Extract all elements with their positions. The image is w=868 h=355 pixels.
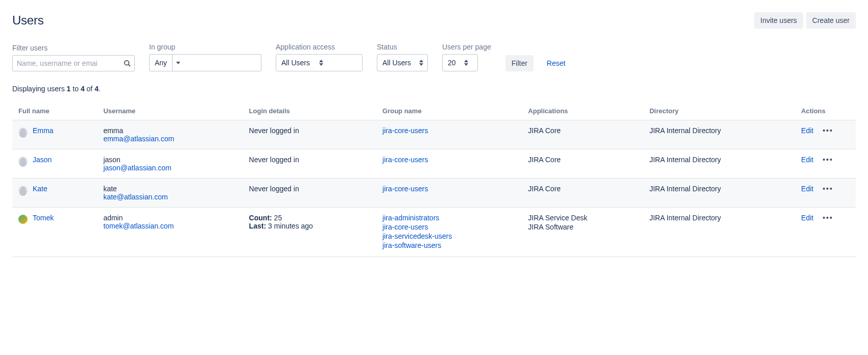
app-name: JIRA Core <box>528 126 637 135</box>
create-user-button[interactable]: Create user <box>806 12 856 29</box>
group-link[interactable]: jira-software-users <box>382 241 516 249</box>
in-group-label: In group <box>149 43 261 51</box>
filter-users-label: Filter users <box>12 44 135 52</box>
per-page-block: Users per page 20 <box>442 43 491 71</box>
app-access-select[interactable]: All Users <box>276 54 363 71</box>
user-fullname-link[interactable]: Kate <box>33 185 47 193</box>
search-icon <box>124 60 131 67</box>
group-link[interactable]: jira-administrators <box>382 214 516 222</box>
user-email-link[interactable]: kate@atlassian.com <box>103 193 167 201</box>
edit-link[interactable]: Edit <box>801 185 813 193</box>
in-group-block: In group Any <box>149 43 261 71</box>
svg-line-1 <box>129 65 131 67</box>
group-link[interactable]: jira-core-users <box>382 185 516 193</box>
app-access-block: Application access All Users <box>276 43 363 71</box>
per-page-select[interactable]: 20 <box>442 54 478 71</box>
avatar <box>18 215 28 224</box>
directory-text: JIRA Internal Directory <box>649 156 721 164</box>
app-access-value: All Users <box>276 55 315 71</box>
in-group-value: Any <box>150 55 172 71</box>
filter-button[interactable]: Filter <box>505 55 534 71</box>
table-row: Emmaemmaemma@atlassian.comNever logged i… <box>12 120 856 149</box>
app-access-label: Application access <box>276 43 363 51</box>
page-header: Users Invite users Create user <box>12 12 856 29</box>
user-fullname-link[interactable]: Emma <box>33 126 53 135</box>
col-group: Group name <box>376 102 522 120</box>
status-label: Status <box>377 43 428 51</box>
username-text: admin <box>103 214 236 222</box>
group-link[interactable]: jira-core-users <box>382 223 516 231</box>
filters-bar: Filter users In group Any Application ac… <box>12 43 856 71</box>
user-email-link[interactable]: emma@atlassian.com <box>103 135 174 143</box>
filter-actions: . Filter Reset <box>505 44 568 71</box>
filter-users-block: Filter users <box>12 44 135 71</box>
directory-text: JIRA Internal Directory <box>649 214 721 222</box>
in-group-select[interactable]: Any <box>149 54 261 71</box>
col-actions: Actions <box>795 102 856 120</box>
col-apps: Applications <box>522 102 643 120</box>
invite-users-button[interactable]: Invite users <box>754 12 803 29</box>
more-actions-icon[interactable]: ••• <box>823 156 833 164</box>
col-login: Login details <box>243 102 376 120</box>
col-username: Username <box>97 102 243 120</box>
login-details-text: Never logged in <box>249 156 299 164</box>
sort-icon <box>319 60 323 66</box>
result-count: Displaying users 1 to 4 of 4. <box>12 85 856 93</box>
app-name: JIRA Service Desk <box>528 214 637 222</box>
col-fullname: Full name <box>12 102 97 120</box>
login-last: Last: 3 minutes ago <box>249 222 370 230</box>
group-link[interactable]: jira-servicedesk-users <box>382 232 516 240</box>
col-directory: Directory <box>643 102 795 120</box>
table-row: Katekatekate@atlassian.comNever logged i… <box>12 179 856 208</box>
avatar <box>18 157 28 166</box>
user-fullname-link[interactable]: Tomek <box>33 214 54 222</box>
app-name: JIRA Core <box>528 156 637 164</box>
user-fullname-link[interactable]: Jason <box>33 156 52 164</box>
sort-icon <box>464 60 468 66</box>
page-title: Users <box>12 13 43 28</box>
status-select[interactable]: All Users <box>377 54 428 71</box>
per-page-label: Users per page <box>442 43 491 51</box>
username-text: emma <box>103 126 236 135</box>
sort-icon <box>419 60 423 66</box>
filter-users-input[interactable] <box>12 55 135 71</box>
table-row: Tomekadmintomek@atlassian.comCount: 25La… <box>12 208 856 257</box>
login-details-text: Never logged in <box>249 185 299 193</box>
svg-point-0 <box>125 61 129 65</box>
directory-text: JIRA Internal Directory <box>649 126 721 135</box>
status-value: All Users <box>377 55 416 71</box>
group-link[interactable]: jira-core-users <box>382 126 516 135</box>
more-actions-icon[interactable]: ••• <box>823 185 833 193</box>
group-link[interactable]: jira-core-users <box>382 156 516 164</box>
login-details-text: Never logged in <box>249 126 299 135</box>
username-text: kate <box>103 185 236 193</box>
header-actions: Invite users Create user <box>754 12 856 29</box>
avatar <box>18 186 28 195</box>
status-block: Status All Users <box>377 43 428 71</box>
edit-link[interactable]: Edit <box>801 156 813 164</box>
more-actions-icon[interactable]: ••• <box>823 126 833 135</box>
table-row: Jasonjasonjason@atlassian.comNever logge… <box>12 149 856 179</box>
user-email-link[interactable]: jason@atlassian.com <box>103 164 171 172</box>
reset-link[interactable]: Reset <box>545 55 568 71</box>
users-table: Full name Username Login details Group n… <box>12 102 856 257</box>
edit-link[interactable]: Edit <box>801 214 813 222</box>
directory-text: JIRA Internal Directory <box>649 185 721 193</box>
edit-link[interactable]: Edit <box>801 126 813 135</box>
chevron-down-icon <box>176 62 180 64</box>
app-name: JIRA Software <box>528 223 637 231</box>
per-page-value: 20 <box>443 55 461 71</box>
username-text: jason <box>103 156 236 164</box>
app-name: JIRA Core <box>528 185 637 193</box>
login-count: Count: 25 <box>249 214 370 222</box>
avatar <box>18 128 28 137</box>
more-actions-icon[interactable]: ••• <box>823 214 833 222</box>
user-email-link[interactable]: tomek@atlassian.com <box>103 222 174 230</box>
